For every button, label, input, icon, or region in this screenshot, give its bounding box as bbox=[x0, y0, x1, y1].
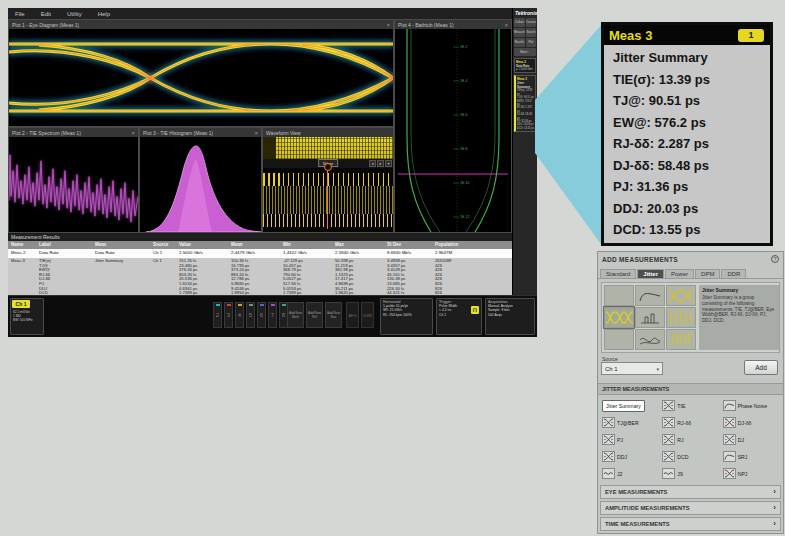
results-table-button[interactable]: Results bbox=[514, 38, 525, 47]
meas3-callout-header: Meas 3 1 bbox=[604, 25, 770, 45]
thumb-curves[interactable] bbox=[635, 329, 665, 350]
histogram-plot-title: Plot 3 - TIE Histogram (Meas 1) bbox=[143, 130, 213, 136]
add-new-ref-button[interactable]: Add New Ref bbox=[306, 302, 323, 328]
pulse-width-trigger-icon: ⊓ bbox=[471, 306, 479, 314]
channel-7-button[interactable]: 7 bbox=[268, 302, 277, 328]
measurement-ddj[interactable]: DDJ bbox=[600, 448, 660, 465]
jitter-measurements-section-header[interactable]: JITTER MEASUREMENTS bbox=[598, 383, 783, 395]
digital-waveform-area bbox=[263, 168, 393, 232]
trigger-position-marker[interactable] bbox=[324, 163, 332, 171]
menu-bar: File Edit Utility Help bbox=[8, 8, 512, 19]
add-new-math-button[interactable]: Add New Math bbox=[287, 302, 304, 328]
measurement-dj-dd[interactable]: DJ-δδ bbox=[721, 414, 781, 431]
measurement-srj[interactable]: SRJ bbox=[721, 448, 781, 465]
trigger-badge[interactable]: Trigger Pulse Width < 4.2 ns Ch 1 ⊓ bbox=[436, 298, 482, 335]
waveform-overview-strip[interactable] bbox=[263, 137, 393, 159]
add-measurements-title: ADD MEASUREMENTS bbox=[602, 256, 678, 263]
thumb-blank[interactable] bbox=[604, 285, 634, 306]
afg-button[interactable]: AFG bbox=[346, 302, 359, 328]
desktop: File Edit Utility Help Plot 1 - Eye Diag… bbox=[0, 0, 785, 536]
menu-edit[interactable]: Edit bbox=[41, 11, 51, 17]
spectrum-plot-close-icon[interactable]: × bbox=[131, 130, 135, 136]
expand-icon[interactable]: ▾ bbox=[385, 160, 392, 167]
eye-diagram-canvas bbox=[9, 29, 393, 126]
thumb-phase-noise[interactable] bbox=[635, 285, 665, 306]
meas3-callout-title: Jitter Summary bbox=[613, 47, 761, 69]
eye-plot-close-icon[interactable]: × bbox=[386, 22, 390, 28]
measure-button[interactable]: Measure bbox=[514, 28, 525, 37]
channel-6-button[interactable]: 6 bbox=[257, 302, 266, 328]
channel-3-button[interactable]: 3 bbox=[224, 302, 233, 328]
table-row-meas2[interactable]: Meas 2 Data Rate Data Rate Ch 1 2.5000 G… bbox=[8, 249, 512, 258]
accordion-eye-measurements[interactable]: EYE MEASUREMENTS › bbox=[600, 485, 781, 499]
histogram-plot-close-icon[interactable]: × bbox=[254, 130, 258, 136]
accordion-amplitude-measurements[interactable]: AMPLITUDE MEASUREMENTS › bbox=[600, 501, 781, 515]
thumb-blank-2[interactable] bbox=[604, 329, 634, 350]
bathtub-canvas: 1E-2 1E-4 1E-6 1E-8 1E-10 1E-12 bbox=[395, 29, 511, 232]
thumb-dj-pattern[interactable] bbox=[666, 307, 696, 328]
horizontal-badge[interactable]: Horizontal 1 μs/div 10 ps/pt SR: 25 GS/s… bbox=[380, 298, 433, 335]
col-value: Value bbox=[176, 241, 228, 249]
measurement-jitter-summary[interactable]: Jitter Summary bbox=[600, 397, 660, 414]
channel-4-button[interactable]: 4 bbox=[235, 302, 244, 328]
channel-buttons: 2 3 4 5 6 7 8 bbox=[213, 302, 288, 328]
add-measurements-panel: ADD MEASUREMENTS ? Standard Jitter Power… bbox=[597, 251, 784, 534]
spectrum-canvas bbox=[9, 137, 138, 232]
phase-noise-icon bbox=[723, 400, 736, 411]
measurement-rj[interactable]: RJ bbox=[660, 431, 720, 448]
ber-label: 1E-6 bbox=[460, 113, 467, 117]
results-table-header: Name Label Meas Source Value Mean Min Ma… bbox=[8, 241, 512, 249]
description-body: Jitter Summary is a group consisting of … bbox=[702, 295, 776, 324]
thumb-jitter-summary[interactable] bbox=[604, 307, 634, 328]
measurement-tj-ber[interactable]: TJ@BER bbox=[600, 414, 660, 431]
menu-utility[interactable]: Utility bbox=[67, 11, 82, 17]
measurement-pj[interactable]: PJ bbox=[600, 431, 660, 448]
col-stdev: St Dev bbox=[384, 241, 432, 249]
bathtub-plot-close-icon[interactable]: × bbox=[504, 22, 508, 28]
pan-left-icon[interactable]: ◂ bbox=[369, 160, 376, 167]
meas3-callout-box: Meas 3 1 Jitter Summary TIE(σ): 13.39 ps… bbox=[601, 22, 773, 246]
histogram-canvas bbox=[140, 137, 261, 232]
thumb-waveform[interactable] bbox=[666, 329, 696, 350]
meas3-results-badge[interactable]: Meas 3 Jitter Summary TIE(σ): 13.39 ps T… bbox=[514, 75, 536, 132]
tab-dpm[interactable]: DPM bbox=[695, 269, 720, 278]
channel-1-badge[interactable]: Ch 1 62.5 mV/div 1 MΩ BW: 500 MHz bbox=[10, 298, 44, 335]
oscilloscope-screen: File Edit Utility Help Plot 1 - Eye Diag… bbox=[8, 8, 537, 337]
meas3-callout-values: TIE(σ): 13.39 ps TJ@: 90.51 ps EW@: 576.… bbox=[613, 69, 761, 241]
table-row-meas3[interactable]: Meas 3 TIE(σ) TJ@ EW@ RJ-δδ DJ-δδ PJ DDJ… bbox=[8, 258, 512, 295]
accordion-time-measurements[interactable]: TIME MEASUREMENTS › bbox=[600, 517, 781, 531]
measurement-dj[interactable]: DJ bbox=[721, 431, 781, 448]
measurement-npj[interactable]: NPJ bbox=[721, 465, 781, 482]
measurement-tie[interactable]: TIE bbox=[660, 397, 720, 414]
measurement-dcd[interactable]: DCD bbox=[660, 448, 720, 465]
tab-power[interactable]: Power bbox=[665, 269, 694, 278]
more-button[interactable]: More... bbox=[514, 48, 536, 56]
tab-ddr[interactable]: DDR bbox=[721, 269, 746, 278]
measurement-j2[interactable]: J2 bbox=[600, 465, 660, 482]
dj-icon bbox=[723, 434, 736, 445]
menu-help[interactable]: Help bbox=[98, 11, 110, 17]
thumb-rj-histogram[interactable] bbox=[635, 307, 665, 328]
acquisition-badge[interactable]: Acquisition Manual, Analyze Sample: 8 bi… bbox=[485, 298, 535, 335]
tab-standard[interactable]: Standard bbox=[600, 269, 636, 278]
menu-file[interactable]: File bbox=[15, 11, 25, 17]
tab-jitter[interactable]: Jitter bbox=[637, 269, 664, 278]
add-button[interactable]: Add bbox=[744, 360, 778, 375]
chevron-down-icon: ▾ bbox=[656, 366, 659, 372]
meas2-results-badge[interactable]: Meas 2 Data Rate μ: 2.5000 Gb/s bbox=[514, 58, 536, 73]
add-new-bus-button[interactable]: Add New Bus bbox=[325, 302, 342, 328]
measurement-rj-dd[interactable]: RJ-δδ bbox=[660, 414, 720, 431]
scope-right-sidebar: Tektronix Callout Cursors Measure Search… bbox=[512, 8, 537, 295]
pan-right-icon[interactable]: ▸ bbox=[377, 160, 384, 167]
dvm-button[interactable]: DVM bbox=[361, 302, 374, 328]
callout-button[interactable]: Callout bbox=[514, 18, 525, 27]
meas3-count-badge: 1 bbox=[738, 29, 764, 42]
thumb-eye-diagram[interactable] bbox=[666, 285, 696, 306]
npj-icon bbox=[723, 468, 736, 479]
measurement-phase-noise[interactable]: Phase Noise bbox=[721, 397, 781, 414]
channel-5-button[interactable]: 5 bbox=[246, 302, 255, 328]
channel-2-button[interactable]: 2 bbox=[213, 302, 222, 328]
help-icon[interactable]: ? bbox=[771, 255, 779, 263]
source-select[interactable]: Ch 1 ▾ bbox=[601, 362, 663, 375]
measurement-j9[interactable]: J9 bbox=[660, 465, 720, 482]
